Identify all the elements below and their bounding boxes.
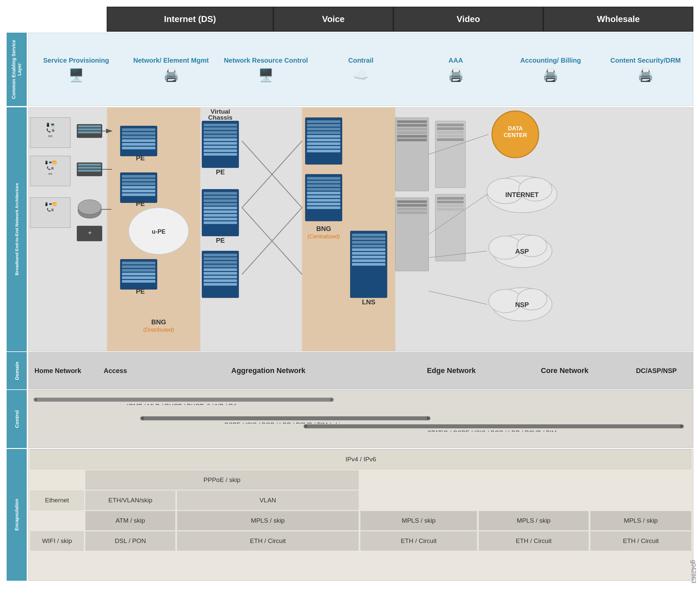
encap-dsl-pon: DSL / PON [85, 531, 175, 551]
svg-text:≡≡: ≡≡ [48, 172, 52, 176]
svg-rect-120 [437, 124, 464, 126]
header-internet: Internet (DS) [107, 7, 273, 32]
header-video: Video [393, 7, 543, 32]
side-label-bbn: Broadband End-to-End Network Architectur… [7, 107, 27, 351]
svg-text:(Distributed): (Distributed) [143, 327, 174, 333]
svg-rect-24 [122, 136, 155, 138]
svg-rect-4 [78, 128, 101, 130]
svg-rect-52 [204, 149, 237, 152]
cel-item-content-security: Content Security/DRM 🖨️ [598, 53, 693, 86]
domain-home-network: Home Network [29, 365, 87, 376]
encap-mpls-agg: MPLS / skip [177, 511, 359, 530]
svg-rect-65 [204, 254, 237, 256]
svg-rect-116 [397, 200, 427, 203]
svg-rect-66 [204, 257, 237, 260]
svg-rect-5 [78, 131, 101, 133]
svg-rect-39 [122, 276, 155, 279]
svg-rect-51 [204, 146, 237, 148]
svg-text:STATIC / OSPF / ISIS / BGP / L: STATIC / OSPF / ISIS / BGP / LDP / RSVP … [427, 430, 556, 432]
svg-rect-123 [437, 135, 464, 138]
svg-rect-128 [437, 208, 464, 211]
svg-rect-86 [307, 142, 340, 145]
svg-rect-22 [122, 128, 155, 131]
svg-rect-93 [307, 192, 340, 194]
svg-rect-71 [204, 276, 237, 278]
svg-rect-100 [352, 234, 385, 236]
svg-text:ASP: ASP [515, 248, 529, 255]
svg-text:PE: PE [136, 288, 145, 295]
encap-wifi: WIFI / skip [30, 531, 84, 551]
svg-rect-111 [397, 124, 427, 127]
svg-rect-32 [122, 186, 155, 189]
encap-mpls-core: MPLS / skip [479, 511, 589, 530]
svg-rect-10 [78, 164, 101, 166]
svg-text:PE: PE [136, 154, 145, 162]
svg-rect-106 [352, 256, 385, 258]
svg-rect-156 [34, 398, 334, 402]
encap-eth-vlan: ETH/VLAN/skip [85, 491, 175, 510]
svg-rect-40 [122, 280, 155, 283]
side-label-encap: Encapsulation [7, 449, 27, 581]
encap-eth-circuit-core: ETH / Circuit [479, 531, 589, 551]
svg-text:≡≡: ≡≡ [48, 134, 53, 138]
bbn-section: 📱💻 📞🖥 ≡≡ 📱💻📶 📞🖥 ≡≡ 📱💻📶 [28, 107, 693, 351]
svg-rect-103 [352, 245, 385, 247]
svg-rect-81 [307, 124, 340, 127]
svg-text:📞🖥: 📞🖥 [47, 166, 54, 170]
side-label-control: Control [7, 390, 27, 448]
svg-text:BNG: BNG [151, 318, 166, 326]
svg-text:NSP: NSP [515, 301, 529, 308]
svg-rect-83 [307, 131, 340, 134]
svg-text:📞🖥: 📞🖥 [47, 208, 54, 212]
service-provisioning-icon: 🖥️ [32, 68, 120, 82]
aaa-icon: 🖨️ [412, 68, 500, 82]
svg-rect-61 [204, 214, 237, 217]
svg-rect-34 [122, 193, 155, 196]
svg-rect-69 [204, 268, 237, 271]
svg-rect-27 [122, 147, 155, 149]
svg-rect-30 [122, 179, 155, 181]
header-wholesale: Wholesale [543, 7, 693, 32]
svg-rect-105 [352, 252, 385, 255]
svg-text:✦: ✦ [88, 230, 92, 236]
header-voice: Voice [273, 7, 393, 32]
svg-rect-37 [122, 269, 155, 272]
svg-rect-124 [437, 138, 464, 141]
svg-rect-90 [307, 181, 340, 183]
svg-rect-125 [437, 197, 464, 200]
svg-rect-102 [352, 241, 385, 244]
svg-text:📱💻: 📱💻 [46, 122, 55, 127]
svg-text:📞🖥: 📞🖥 [46, 128, 55, 133]
svg-rect-36 [122, 265, 155, 268]
svg-text:📱💻📶: 📱💻📶 [44, 160, 57, 165]
encap-eth-circuit-dc: ETH / Circuit [590, 531, 691, 551]
svg-line-143 [429, 291, 487, 304]
svg-text:LNS: LNS [362, 298, 375, 306]
cel-item-network-element-mgmt: Network/ Element Mgmt 🖨️ [124, 53, 219, 86]
svg-rect-114 [397, 135, 427, 138]
svg-rect-160 [140, 416, 430, 420]
svg-rect-46 [204, 127, 237, 130]
svg-rect-73 [204, 283, 237, 286]
svg-text:BNG: BNG [316, 225, 331, 232]
svg-rect-118 [397, 208, 427, 210]
svg-rect-50 [204, 142, 237, 145]
svg-rect-33 [122, 190, 155, 192]
svg-rect-85 [307, 139, 340, 141]
svg-text:u-PE: u-PE [152, 228, 165, 235]
svg-rect-92 [307, 188, 340, 191]
svg-rect-38 [122, 273, 155, 275]
svg-text:CENTER: CENTER [504, 132, 527, 138]
svg-rect-56 [204, 196, 237, 198]
home-device-group-1 [30, 118, 70, 148]
svg-rect-96 [307, 203, 340, 205]
watermark: g042863 [690, 560, 697, 583]
svg-rect-126 [437, 201, 464, 203]
network-diagram-svg: 📱💻 📞🖥 ≡≡ 📱💻📶 📞🖥 ≡≡ 📱💻📶 [29, 108, 693, 352]
igmp-arrow: IGMP / MLD / DHCP / DHCPv6 / ND / RA [32, 394, 339, 405]
svg-rect-25 [122, 139, 155, 142]
svg-rect-88 [307, 150, 340, 152]
svg-text:IGMP / MLD / DHCP / DHCPv6 / N: IGMP / MLD / DHCP / DHCPv6 / ND / RA [127, 403, 237, 405]
svg-text:Chassis: Chassis [208, 114, 233, 121]
svg-rect-113 [397, 131, 427, 134]
